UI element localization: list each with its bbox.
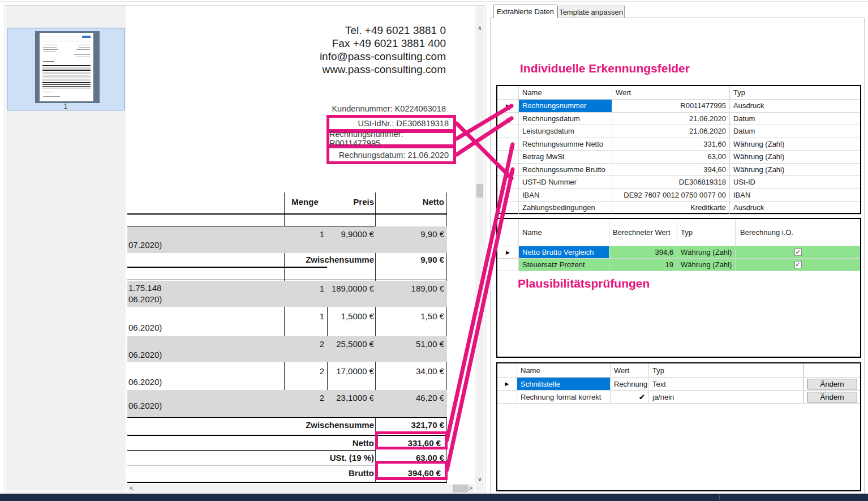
invoice-item-row: 1 9,9000 € 9,90 € 07.2020) <box>127 226 447 253</box>
table-row[interactable]: Steuersatz Prozent 19 Währung (Zahl) <box>497 259 860 271</box>
field-wert[interactable]: 331,60 <box>612 138 730 151</box>
row-selector-header <box>497 363 517 377</box>
field-typ[interactable]: Ausdruck <box>730 100 860 112</box>
field-name[interactable]: UST-ID Nummer <box>519 176 612 189</box>
item-netto: 51,00 € <box>376 339 444 349</box>
field-wert[interactable]: DE92 7607 0012 0750 0077 00 <box>612 189 730 202</box>
check-wert[interactable]: 394,6 <box>609 246 677 258</box>
field-wert[interactable]: R0011477995 <box>612 100 730 112</box>
field-typ[interactable]: Währung (Zahl) <box>730 164 860 176</box>
table-row[interactable]: Leistungsdatum 21.06.2020 Datum <box>497 125 860 138</box>
table-row[interactable]: UST-ID Nummer DE306819318 USt-ID <box>497 176 860 189</box>
item-menge: 1 <box>284 311 324 321</box>
scroll-right-icon[interactable]: > <box>469 485 472 491</box>
table-row[interactable]: Rechnungssumme Brutto 394,60 Währung (Za… <box>497 164 860 177</box>
check-ok-checkbox[interactable] <box>794 261 802 268</box>
item-desc: 06.2020) <box>128 377 162 387</box>
field-typ[interactable]: Währung (Zahl) <box>730 138 860 151</box>
invoice-contact-line: info@pass-consulting.com <box>283 50 446 63</box>
aendern-button[interactable]: Ändern <box>807 392 857 402</box>
horizontal-scrollbar-thumb[interactable] <box>453 485 468 493</box>
row-selector: ▶ <box>497 378 517 390</box>
field-name[interactable]: Leistungsdatum <box>519 125 612 138</box>
field-name[interactable]: Rechnungsnummer <box>519 100 612 112</box>
horizontal-scrollbar[interactable]: < > <box>127 484 474 493</box>
check-typ[interactable]: Währung (Zahl) <box>677 246 736 258</box>
invoice-item-row: 2 25,5000 € 51,00 € 06.2020) <box>127 336 447 362</box>
invoice-col-preis: Preis <box>327 197 374 207</box>
item-netto: 9,90 € <box>376 229 444 239</box>
current-row-arrow-icon: ▶ <box>506 103 510 109</box>
field-wert[interactable]: Kreditkarte <box>612 202 730 214</box>
item-preis: 1,5000 € <box>327 311 374 321</box>
scroll-left-icon[interactable]: < <box>130 485 133 491</box>
check-name[interactable]: Steuersatz Prozent <box>519 259 609 271</box>
setting-name[interactable]: Schnittstelle <box>517 378 611 390</box>
setting-name[interactable]: Rechnung formal korrekt <box>517 391 611 403</box>
setting-typ[interactable]: ja/nein <box>649 391 803 403</box>
field-name[interactable]: Zahlungsbedingungen <box>519 202 612 214</box>
row-selector <box>497 259 519 271</box>
field-wert[interactable]: 394,60 <box>612 164 730 176</box>
heading-individuelle-erkennungsfelder: Individuelle Erkennungsfelder <box>520 62 690 75</box>
field-typ[interactable]: Datum <box>730 113 860 125</box>
field-typ[interactable]: USt-ID <box>730 176 860 189</box>
invoice-item-row: 1.75.148 1 189,0000 € 189,00 € 06.2020) <box>127 281 447 307</box>
invoice-rule <box>127 213 447 215</box>
table-row[interactable]: IBAN DE92 7607 0012 0750 0077 00 IBAN <box>497 189 860 202</box>
field-typ[interactable]: Ausdruck <box>730 202 860 214</box>
item-menge: 2 <box>284 339 324 349</box>
subtotal-value: 321,70 € <box>376 420 444 430</box>
row-selector <box>497 125 519 138</box>
vertical-scrollbar[interactable]: ∧ ∨ <box>475 6 484 491</box>
table-row[interactable]: Rechnungsdatum 21.06.2020 Datum <box>497 113 860 126</box>
tab-extrahierte-daten[interactable]: Extrahierte Daten <box>493 5 557 18</box>
field-typ[interactable]: Währung (Zahl) <box>730 151 860 163</box>
vertical-scrollbar-thumb[interactable] <box>476 184 483 198</box>
scroll-up-icon[interactable]: ∧ <box>478 25 482 31</box>
table-row[interactable]: ▶ Netto Brutto Vergleich 394,6 Währung (… <box>497 246 860 259</box>
field-typ[interactable]: Datum <box>730 125 860 138</box>
field-name[interactable]: Rechnungsdatum <box>519 113 612 125</box>
field-wert[interactable]: 21.06.2020 <box>612 125 730 138</box>
thumbnail-table-stripe <box>42 72 91 74</box>
field-wert[interactable]: DE306819318 <box>612 176 730 189</box>
thumbnail-text-line <box>79 47 90 48</box>
thumbnail-table-stripe <box>42 75 91 78</box>
table-row[interactable]: Zahlungsbedingungen Kreditkarte Ausdruck <box>497 202 860 215</box>
table-row[interactable]: ▶ Schnittstelle Rechnung Text Ändern <box>497 378 860 391</box>
table-row[interactable]: ▶ Rechnungsnummer R0011477995 Ausdruck <box>497 100 860 113</box>
setting-wert-check-icon[interactable]: ✔ <box>611 391 649 403</box>
thumbnail-text-line <box>43 52 55 52</box>
check-ok-checkbox[interactable] <box>794 249 802 256</box>
invoice-item-row: 2 17,0000 € 34,00 € 06.2020) <box>127 362 447 390</box>
field-wert[interactable]: 21.06.2020 <box>612 113 730 125</box>
check-name[interactable]: Netto Brutto Vergleich <box>519 246 609 258</box>
table-row[interactable]: Rechnungssumme Netto 331,60 Währung (Zah… <box>497 138 860 151</box>
field-typ[interactable]: IBAN <box>730 189 860 202</box>
scroll-down-icon[interactable]: ∨ <box>478 476 482 482</box>
aendern-button[interactable]: Ändern <box>807 379 857 389</box>
invoice-customer-number: Kundennummer: K0224063018 <box>283 104 446 113</box>
check-ok-cell[interactable] <box>736 246 860 258</box>
table-row[interactable]: Betrag MwSt 63,00 Währung (Zahl) <box>497 151 860 164</box>
check-wert[interactable]: 19 <box>609 259 677 271</box>
field-name[interactable]: Rechnungssumme Netto <box>519 138 612 151</box>
field-name[interactable]: Rechnungssumme Brutto <box>519 164 612 176</box>
item-preis: 189,0000 € <box>327 284 374 293</box>
highlight-box-invoice-date: Rechnungsdatum: 21.06.2020 <box>326 145 456 164</box>
setting-wert[interactable]: Rechnung <box>611 378 649 390</box>
item-netto: 34,00 € <box>376 366 444 376</box>
subtotal-value: 9,90 € <box>376 255 444 264</box>
check-ok-cell[interactable] <box>736 259 860 271</box>
tab-template-anpassen[interactable]: Template anpassen <box>557 6 625 18</box>
table-row[interactable]: Rechnung formal korrekt ✔ ja/nein Ändern <box>497 391 860 404</box>
item-desc: 07.2020) <box>128 240 162 250</box>
field-name[interactable]: Betrag MwSt <box>519 151 612 163</box>
check-typ[interactable]: Währung (Zahl) <box>677 259 736 271</box>
field-wert[interactable]: 63,00 <box>612 151 730 163</box>
row-selector <box>497 202 519 214</box>
field-name[interactable]: IBAN <box>519 189 612 202</box>
thumbnail-table-bar <box>42 65 91 66</box>
setting-typ[interactable]: Text <box>649 378 803 390</box>
